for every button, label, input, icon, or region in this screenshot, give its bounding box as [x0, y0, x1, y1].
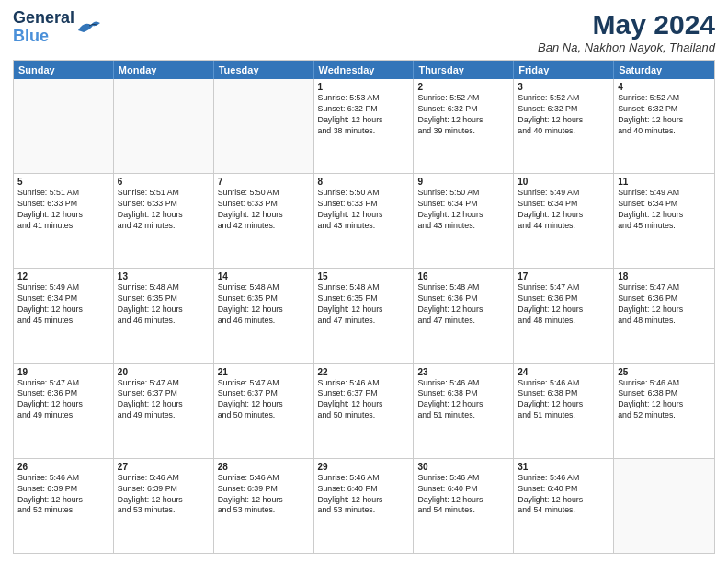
day-number: 8: [318, 177, 410, 187]
calendar-cell: [214, 79, 314, 173]
day-info: Sunrise: 5:49 AMSunset: 6:34 PMDaylight:…: [518, 188, 609, 232]
calendar-cell: 9Sunrise: 5:50 AMSunset: 6:34 PMDaylight…: [414, 174, 514, 268]
day-number: 28: [218, 462, 310, 472]
calendar-row: 26Sunrise: 5:46 AMSunset: 6:39 PMDayligh…: [14, 459, 714, 553]
calendar-cell: 4Sunrise: 5:52 AMSunset: 6:32 PMDaylight…: [614, 79, 714, 173]
calendar-cell: 19Sunrise: 5:47 AMSunset: 6:36 PMDayligh…: [14, 364, 114, 458]
day-number: 9: [417, 177, 509, 187]
day-info: Sunrise: 5:47 AMSunset: 6:37 PMDaylight:…: [118, 378, 210, 422]
day-info: Sunrise: 5:53 AMSunset: 6:32 PMDaylight:…: [318, 93, 410, 137]
day-info: Sunrise: 5:52 AMSunset: 6:32 PMDaylight:…: [417, 93, 509, 137]
day-number: 14: [218, 271, 310, 282]
calendar-cell: 8Sunrise: 5:50 AMSunset: 6:33 PMDaylight…: [314, 174, 415, 268]
calendar-body: 1Sunrise: 5:53 AMSunset: 6:32 PMDaylight…: [14, 79, 714, 553]
day-info: Sunrise: 5:48 AMSunset: 6:35 PMDaylight:…: [118, 282, 210, 327]
day-header-monday: Monday: [114, 61, 214, 79]
calendar-cell: 20Sunrise: 5:47 AMSunset: 6:37 PMDayligh…: [114, 364, 214, 458]
day-info: Sunrise: 5:46 AMSunset: 6:40 PMDaylight:…: [417, 473, 509, 517]
day-info: Sunrise: 5:50 AMSunset: 6:33 PMDaylight:…: [318, 188, 410, 232]
day-number: 1: [318, 82, 410, 92]
calendar-cell: [14, 79, 114, 173]
day-info: Sunrise: 5:52 AMSunset: 6:32 PMDaylight:…: [518, 93, 609, 137]
day-number: 6: [118, 177, 210, 187]
calendar-subtitle: Ban Na, Nakhon Nayok, Thailand: [538, 40, 715, 54]
calendar-cell: 1Sunrise: 5:53 AMSunset: 6:32 PMDaylight…: [314, 79, 415, 173]
day-header-sunday: Sunday: [14, 61, 114, 79]
title-area: May 2024 Ban Na, Nakhon Nayok, Thailand: [538, 9, 715, 54]
day-info: Sunrise: 5:51 AMSunset: 6:33 PMDaylight:…: [17, 188, 109, 232]
calendar-cell: [114, 79, 214, 173]
logo-text: GeneralBlue: [13, 9, 74, 46]
calendar-cell: 26Sunrise: 5:46 AMSunset: 6:39 PMDayligh…: [14, 459, 114, 553]
day-number: 12: [17, 271, 109, 282]
calendar-row: 5Sunrise: 5:51 AMSunset: 6:33 PMDaylight…: [14, 174, 714, 269]
day-number: 24: [518, 367, 609, 377]
day-header-wednesday: Wednesday: [314, 61, 415, 79]
day-info: Sunrise: 5:50 AMSunset: 6:33 PMDaylight:…: [218, 188, 310, 232]
day-number: 16: [417, 271, 509, 282]
day-number: 7: [218, 177, 310, 187]
calendar-cell: 30Sunrise: 5:46 AMSunset: 6:40 PMDayligh…: [414, 459, 514, 553]
calendar-cell: 31Sunrise: 5:46 AMSunset: 6:40 PMDayligh…: [514, 459, 614, 553]
calendar-cell: 3Sunrise: 5:52 AMSunset: 6:32 PMDaylight…: [514, 79, 614, 173]
calendar-cell: 12Sunrise: 5:49 AMSunset: 6:34 PMDayligh…: [14, 269, 114, 362]
day-info: Sunrise: 5:48 AMSunset: 6:36 PMDaylight:…: [417, 282, 509, 327]
calendar-header: SundayMondayTuesdayWednesdayThursdayFrid…: [14, 61, 714, 79]
day-number: 25: [618, 367, 711, 377]
calendar-cell: 27Sunrise: 5:46 AMSunset: 6:39 PMDayligh…: [114, 459, 214, 553]
day-number: 23: [417, 367, 509, 377]
day-info: Sunrise: 5:47 AMSunset: 6:36 PMDaylight:…: [618, 282, 711, 327]
day-info: Sunrise: 5:46 AMSunset: 6:40 PMDaylight:…: [318, 473, 410, 517]
day-number: 15: [318, 271, 410, 282]
logo-bird-icon: [76, 17, 102, 38]
day-number: 30: [417, 462, 509, 472]
day-number: 11: [618, 177, 711, 187]
day-number: 2: [417, 82, 509, 92]
day-info: Sunrise: 5:46 AMSunset: 6:38 PMDaylight:…: [518, 378, 609, 422]
calendar: SundayMondayTuesdayWednesdayThursdayFrid…: [13, 60, 715, 554]
calendar-title: May 2024: [538, 9, 715, 40]
day-info: Sunrise: 5:48 AMSunset: 6:35 PMDaylight:…: [218, 282, 310, 327]
calendar-cell: 7Sunrise: 5:50 AMSunset: 6:33 PMDaylight…: [214, 174, 314, 268]
calendar-cell: 18Sunrise: 5:47 AMSunset: 6:36 PMDayligh…: [614, 269, 714, 362]
calendar-cell: 2Sunrise: 5:52 AMSunset: 6:32 PMDaylight…: [414, 79, 514, 173]
day-number: 17: [518, 271, 609, 282]
calendar-cell: [614, 459, 714, 553]
calendar-cell: 24Sunrise: 5:46 AMSunset: 6:38 PMDayligh…: [514, 364, 614, 458]
calendar-cell: 6Sunrise: 5:51 AMSunset: 6:33 PMDaylight…: [114, 174, 214, 268]
day-number: 20: [118, 367, 210, 377]
calendar-cell: 28Sunrise: 5:46 AMSunset: 6:39 PMDayligh…: [214, 459, 314, 553]
day-info: Sunrise: 5:47 AMSunset: 6:36 PMDaylight:…: [518, 282, 609, 327]
calendar-row: 12Sunrise: 5:49 AMSunset: 6:34 PMDayligh…: [14, 269, 714, 363]
day-number: 5: [17, 177, 109, 187]
calendar-cell: 21Sunrise: 5:47 AMSunset: 6:37 PMDayligh…: [214, 364, 314, 458]
day-number: 19: [17, 367, 109, 377]
day-header-thursday: Thursday: [414, 61, 514, 79]
day-number: 3: [518, 82, 609, 92]
day-number: 13: [118, 271, 210, 282]
calendar-cell: 15Sunrise: 5:48 AMSunset: 6:35 PMDayligh…: [314, 269, 415, 362]
day-number: 21: [218, 367, 310, 377]
day-info: Sunrise: 5:50 AMSunset: 6:34 PMDaylight:…: [417, 188, 509, 232]
calendar-cell: 11Sunrise: 5:49 AMSunset: 6:34 PMDayligh…: [614, 174, 714, 268]
calendar-cell: 23Sunrise: 5:46 AMSunset: 6:38 PMDayligh…: [414, 364, 514, 458]
day-info: Sunrise: 5:46 AMSunset: 6:39 PMDaylight:…: [118, 473, 210, 517]
day-number: 29: [318, 462, 410, 472]
calendar-cell: 13Sunrise: 5:48 AMSunset: 6:35 PMDayligh…: [114, 269, 214, 362]
calendar-cell: 29Sunrise: 5:46 AMSunset: 6:40 PMDayligh…: [314, 459, 415, 553]
day-info: Sunrise: 5:46 AMSunset: 6:40 PMDaylight:…: [518, 473, 609, 517]
day-info: Sunrise: 5:51 AMSunset: 6:33 PMDaylight:…: [118, 188, 210, 232]
day-number: 27: [118, 462, 210, 472]
calendar-row: 1Sunrise: 5:53 AMSunset: 6:32 PMDaylight…: [14, 79, 714, 174]
calendar-row: 19Sunrise: 5:47 AMSunset: 6:36 PMDayligh…: [14, 364, 714, 459]
day-info: Sunrise: 5:47 AMSunset: 6:36 PMDaylight:…: [17, 378, 109, 422]
day-info: Sunrise: 5:52 AMSunset: 6:32 PMDaylight:…: [618, 93, 711, 137]
day-number: 18: [618, 271, 711, 282]
day-info: Sunrise: 5:46 AMSunset: 6:39 PMDaylight:…: [17, 473, 109, 517]
calendar-cell: 22Sunrise: 5:46 AMSunset: 6:37 PMDayligh…: [314, 364, 415, 458]
day-number: 4: [618, 82, 711, 92]
calendar-cell: 14Sunrise: 5:48 AMSunset: 6:35 PMDayligh…: [214, 269, 314, 362]
logo: GeneralBlue: [13, 9, 102, 46]
day-number: 31: [518, 462, 609, 472]
calendar-cell: 10Sunrise: 5:49 AMSunset: 6:34 PMDayligh…: [514, 174, 614, 268]
